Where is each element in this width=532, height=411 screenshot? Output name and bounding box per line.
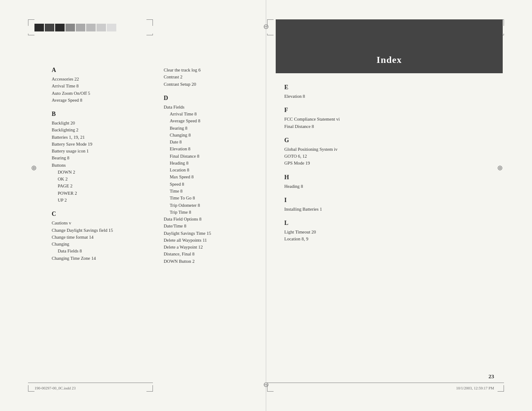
- entry-average-speed-a: Average Speed 8: [52, 97, 159, 104]
- corner-tr-left: [146, 19, 153, 26]
- entry-df-timetogo: Time To Go 8: [164, 195, 263, 202]
- entry-clear-track: Clear the track log 6: [164, 67, 263, 74]
- entry-delete-wp: Delete a Waypoint 12: [164, 244, 263, 251]
- entry-accessories: Accessories 22: [52, 76, 159, 83]
- entry-contrast-setup: Contrast Setup 20: [164, 81, 263, 88]
- bottom-corner-bl-left: [28, 385, 34, 392]
- entry-gps-system: Global Positioning System iv: [284, 146, 405, 153]
- entry-backlight: Backlight 20: [52, 120, 159, 127]
- entry-installing-batteries: Installing Batteries 1: [284, 206, 405, 213]
- entry-changing: Changing: [52, 241, 159, 248]
- section-b-letter: B: [52, 111, 159, 118]
- entry-data-fields-d: Data Fields: [164, 104, 263, 111]
- right-column: E Elevation 8 F FCC Compliance Statement…: [284, 84, 405, 243]
- entry-location: Location 8, 9: [284, 236, 405, 243]
- entry-contrast: Contrast 2: [164, 74, 263, 81]
- section-g-letter: G: [284, 137, 405, 144]
- entry-up: UP 2: [52, 197, 159, 204]
- entry-light-timeout: Light Timeout 20: [284, 229, 405, 236]
- entry-ok: OK 2: [52, 176, 159, 183]
- bottom-line-left: [28, 383, 153, 383]
- entry-page: PAGE 2: [52, 183, 159, 190]
- entry-df-trip-odo: Trip Odometer 8: [164, 202, 263, 209]
- crosshair-right: ⊕: [497, 164, 503, 172]
- entry-df-elevation: Elevation 8: [164, 146, 263, 153]
- left-column: A Accessories 22 Arrival Time 8 Auto Zoo…: [52, 54, 159, 262]
- section-d-letter: D: [164, 95, 263, 102]
- entry-heading: Heading 8: [284, 183, 405, 190]
- entry-battery-icon: Battery usage icon 1: [52, 148, 159, 155]
- entry-changing-timezone: Changing Time Zone 14: [52, 255, 159, 262]
- entry-df-time: Time 8: [164, 188, 263, 195]
- entry-down-button: DOWN Button 2: [164, 258, 263, 265]
- entry-goto: GOTO 6, 12: [284, 153, 405, 160]
- entry-power: POWER 2: [52, 190, 159, 197]
- entry-fcc: FCC Compliance Statement vi: [284, 116, 405, 123]
- entry-daylight-savings: Daylight Savings Time 15: [164, 230, 263, 237]
- bottom-corner-br-right: [498, 385, 504, 392]
- entry-df-bearing: Bearing 8: [164, 125, 263, 132]
- entry-df-final-dist: Final Distance 8: [164, 153, 263, 160]
- entry-buttons: Buttons: [52, 162, 159, 169]
- entry-battery-save: Battery Save Mode 19: [52, 141, 159, 148]
- entry-datetime: Date/Time 8: [164, 223, 263, 230]
- entry-df-trip-time: Trip Time 8: [164, 209, 263, 216]
- entry-arrival-time-a: Arrival Time 8: [52, 83, 159, 90]
- corner-br-left: [146, 34, 153, 35]
- entry-distance-final: Distance, Final 8: [164, 251, 263, 258]
- entry-df-heading: Heading 8: [164, 160, 263, 167]
- corner-bl-left: [28, 34, 34, 35]
- entry-delete-all-wp: Delete all Waypoints 11: [164, 237, 263, 244]
- entry-df-max-speed: Max Speed 8: [164, 174, 263, 181]
- entry-df-arrival: Arrival Time 8: [164, 111, 263, 118]
- index-title: Index: [376, 54, 402, 65]
- entry-data-fields-c: Data Fields 8: [52, 248, 159, 255]
- entry-backlighting: Backlighting 2: [52, 127, 159, 134]
- entry-change-daylight: Change Daylight Savings field 15: [52, 227, 159, 234]
- middle-column: Clear the track log 6 Contrast 2 Contras…: [164, 54, 263, 265]
- footer-left: 190-00297-00_0C.indd 23: [34, 386, 76, 390]
- entry-df-changing: Changing 8: [164, 132, 263, 139]
- crosshair-left: ⊕: [31, 164, 37, 172]
- entry-bearing-b: Bearing 8: [52, 155, 159, 162]
- entry-final-distance: Final Distance 8: [284, 123, 405, 130]
- section-f-letter: F: [284, 107, 405, 114]
- section-h-letter: H: [284, 174, 405, 181]
- color-bar-left: [34, 24, 116, 31]
- section-c-letter: C: [52, 211, 159, 218]
- section-i-letter: I: [284, 197, 405, 204]
- section-e-letter: E: [284, 84, 405, 91]
- corner-tl-left: [28, 19, 34, 26]
- section-l-letter: L: [284, 220, 405, 227]
- entry-cautions: Cautions v: [52, 220, 159, 227]
- page-separator: [266, 0, 266, 411]
- entry-elevation: Elevation 8: [284, 93, 405, 100]
- entry-gps-mode: GPS Mode 19: [284, 160, 405, 167]
- entry-df-avg-speed: Average Speed 8: [164, 118, 263, 125]
- entry-df-date: Date 8: [164, 139, 263, 146]
- entry-auto-zoom: Auto Zoom On/Off 5: [52, 90, 159, 97]
- entry-df-location: Location 8: [164, 167, 263, 174]
- corner-bl-right: [267, 34, 274, 35]
- entry-df-speed: Speed 8: [164, 181, 263, 188]
- entry-batteries: Batteries 1, 19, 21: [52, 134, 159, 141]
- entry-down: DOWN 2: [52, 169, 159, 176]
- footer-right: 10/1/2003, 12:59:17 PM: [456, 386, 494, 390]
- page-number: 23: [488, 373, 494, 380]
- index-header: Index: [276, 19, 503, 73]
- entry-data-field-opts: Data Field Options 8: [164, 216, 263, 223]
- section-a-letter: A: [52, 67, 159, 74]
- entry-change-time: Change time format 14: [52, 234, 159, 241]
- bottom-line-right: [267, 383, 504, 383]
- bottom-corner-br-left: [146, 385, 153, 392]
